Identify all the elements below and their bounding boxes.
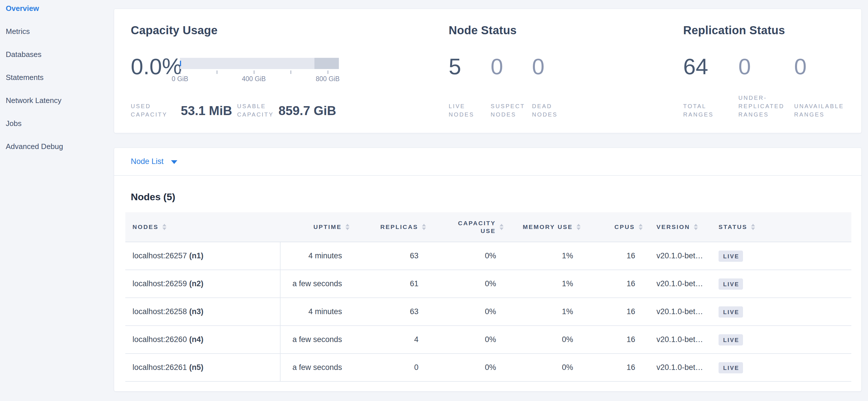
sidebar-item-advanced-debug[interactable]: Advanced Debug (0, 135, 114, 158)
column-header-memory-use[interactable]: MEMORY USE (503, 224, 581, 230)
table-row: localhost:26260(n4) a few seconds 4 0% 0… (125, 326, 851, 354)
replicas-cell: 63 (349, 298, 426, 325)
version-cell: v20.1.0-bet… (643, 242, 705, 269)
live-nodes-count: 5 (449, 53, 461, 80)
uptime-cell: 4 minutes (281, 242, 349, 269)
memory-use-cell: 1% (503, 298, 581, 325)
sidebar-item-network-latency[interactable]: Network Latency (0, 89, 114, 112)
cpus-cell: 16 (581, 354, 643, 381)
sort-icon (751, 224, 755, 230)
memory-use-cell: 1% (503, 270, 581, 297)
column-label: REPLICAS (380, 224, 418, 230)
capacity-usage-bar (180, 58, 339, 69)
status-badge: LIVE (718, 251, 743, 262)
column-label: UPTIME (313, 224, 342, 230)
node-id: (n5) (189, 363, 204, 372)
replicas-cell: 0 (349, 354, 426, 381)
node-address-link[interactable]: localhost:26257(n1) (125, 242, 281, 269)
usable-capacity-value: 859.7 GiB (279, 104, 336, 118)
capacity-bar-reserved-segment (314, 58, 339, 69)
node-address: localhost:26259 (132, 279, 187, 288)
table-row: localhost:26261(n5) a few seconds 0 0% 0… (125, 354, 851, 382)
node-id: (n1) (189, 251, 204, 260)
node-status-title: Node Status (449, 22, 517, 38)
cpus-cell: 16 (581, 242, 643, 269)
spacer-cell (779, 326, 851, 353)
axis-tick-label: 800 GiB (316, 75, 339, 83)
spacer-cell (779, 270, 851, 297)
spacer-cell (779, 298, 851, 325)
table-row: localhost:26259(n2) a few seconds 61 0% … (125, 270, 851, 298)
node-list-view-dropdown[interactable]: Node List (131, 157, 177, 166)
axis-tick (180, 70, 181, 74)
column-header-uptime[interactable]: UPTIME (281, 224, 349, 230)
sort-icon (639, 224, 643, 230)
node-address: localhost:26258 (132, 307, 187, 316)
node-address-link[interactable]: localhost:26259(n2) (125, 270, 281, 297)
sidebar-item-statements[interactable]: Statements (0, 66, 114, 89)
node-id: (n2) (189, 279, 204, 288)
axis-tick (217, 70, 217, 74)
version-cell: v20.1.0-bet… (643, 298, 705, 325)
column-header-version[interactable]: VERSION (643, 224, 705, 230)
unavailable-ranges-label: UNAVAILABLE RANGES (794, 102, 851, 119)
replication-status-title: Replication Status (683, 22, 785, 38)
node-address: localhost:26257 (132, 251, 187, 260)
node-address-link[interactable]: localhost:26258(n3) (125, 298, 281, 325)
sort-icon (422, 224, 426, 230)
uptime-cell: a few seconds (281, 270, 349, 297)
column-header-replicas[interactable]: REPLICAS (349, 224, 426, 230)
used-capacity-label: USED CAPACITY (131, 102, 168, 119)
sort-icon (577, 224, 581, 230)
column-label: MEMORY USE (523, 224, 573, 230)
unavailable-ranges-count: 0 (794, 53, 806, 80)
memory-use-cell: 0% (503, 354, 581, 381)
node-address-link[interactable]: localhost:26260(n4) (125, 326, 281, 353)
column-header-capacity-use[interactable]: CAPACITY USE (426, 219, 503, 235)
replicas-cell: 63 (349, 242, 426, 269)
axis-tick-label: 0 GiB (172, 75, 188, 83)
status-badge: LIVE (718, 334, 743, 345)
uptime-cell: a few seconds (281, 354, 349, 381)
status-cell: LIVE (705, 242, 779, 269)
cpus-cell: 16 (581, 326, 643, 353)
memory-use-cell: 0% (503, 326, 581, 353)
uptime-cell: a few seconds (281, 326, 349, 353)
status-cell: LIVE (705, 298, 779, 325)
nodes-count-title: Nodes (5) (131, 191, 175, 203)
status-cell: LIVE (705, 354, 779, 381)
sidebar-item-jobs[interactable]: Jobs (0, 112, 114, 135)
spacer-cell (779, 354, 851, 381)
under-replicated-ranges-label: UNDER-REPLICATED RANGES (738, 94, 794, 119)
capacity-use-cell: 0% (426, 270, 503, 297)
sort-icon (162, 224, 166, 230)
capacity-use-cell: 0% (426, 242, 503, 269)
column-label: CPUS (615, 224, 635, 230)
column-header-cpus[interactable]: CPUS (581, 224, 643, 230)
column-header-status[interactable]: STATUS (705, 224, 779, 230)
sort-icon (345, 224, 349, 230)
column-label: STATUS (718, 224, 747, 230)
under-replicated-ranges-count: 0 (738, 53, 751, 80)
node-address: localhost:26260 (132, 335, 187, 344)
sidebar-item-metrics[interactable]: Metrics (0, 20, 114, 43)
column-label: NODES (132, 224, 159, 230)
nodes-table-header: NODES UPTIME REPLICAS CAPACITY USE MEMOR… (125, 212, 851, 242)
memory-use-cell: 1% (503, 242, 581, 269)
node-id: (n3) (189, 307, 204, 316)
version-cell: v20.1.0-bet… (643, 326, 705, 353)
table-row: localhost:26257(n1) 4 minutes 63 0% 1% 1… (125, 242, 851, 270)
cluster-summary-card: Capacity Usage 0.0% 0 GiB 400 GiB 800 Gi… (114, 9, 862, 133)
sidebar-item-databases[interactable]: Databases (0, 43, 114, 66)
suspect-nodes-count: 0 (491, 53, 503, 80)
suspect-nodes-label: SUSPECT NODES (491, 102, 528, 119)
sidebar: Overview Metrics Databases Statements Ne… (0, 0, 114, 158)
status-badge: LIVE (718, 279, 743, 290)
node-address-link[interactable]: localhost:26261(n5) (125, 354, 281, 381)
replicas-cell: 4 (349, 326, 426, 353)
version-cell: v20.1.0-bet… (643, 270, 705, 297)
live-nodes-label: LIVE NODES (449, 102, 477, 119)
sidebar-item-overview[interactable]: Overview (0, 0, 114, 20)
column-header-nodes[interactable]: NODES (125, 224, 281, 230)
capacity-bar-used-marker (180, 61, 181, 66)
